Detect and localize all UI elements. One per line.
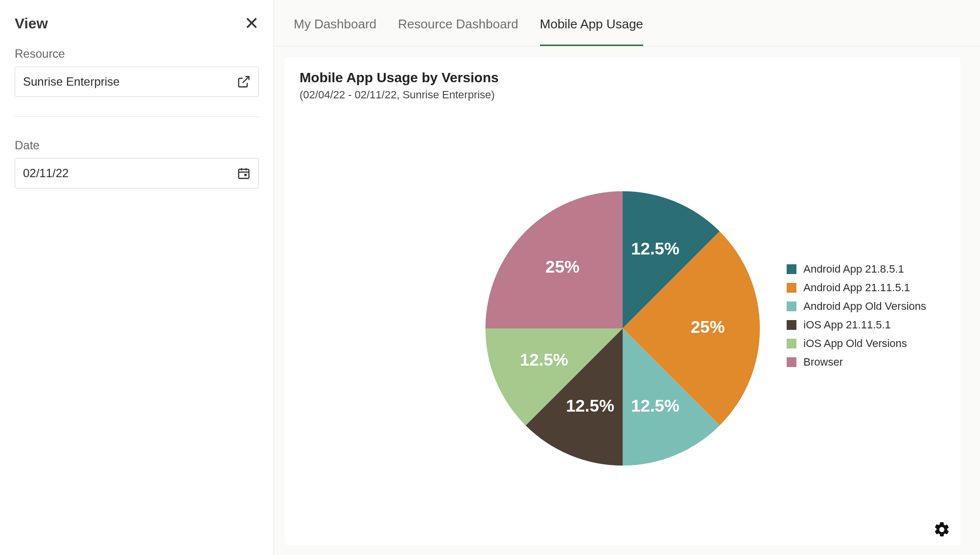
date-label: Date	[15, 139, 259, 152]
chart-card: Mobile App Usage by Versions (02/04/22 -…	[285, 57, 960, 545]
tab-mobile-app-usage[interactable]: Mobile App Usage	[540, 17, 643, 46]
slice-label: 25%	[545, 257, 580, 276]
calendar-icon[interactable]	[237, 166, 251, 180]
legend-label: Browser	[803, 356, 843, 369]
legend-swatch	[787, 357, 796, 367]
legend-swatch	[787, 301, 796, 311]
view-sidebar: View ✕ Resource Date	[0, 0, 274, 555]
open-external-icon[interactable]	[237, 75, 251, 89]
legend-item[interactable]: Android App 21.11.5.1	[787, 281, 926, 294]
sidebar-header: View ✕	[15, 15, 259, 32]
slice-label: 12.5%	[566, 395, 614, 415]
pie-chart: 12.5%25%12.5%12.5%12.5%25%	[481, 186, 765, 470]
legend-label: iOS App 21.11.5.1	[803, 319, 891, 331]
svg-rect-4	[244, 174, 247, 176]
resource-label: Resource	[15, 47, 259, 61]
slice-label: 12.5%	[520, 349, 568, 369]
slice-label: 12.5%	[631, 395, 679, 415]
tab-my-dashboard[interactable]: My Dashboard	[294, 17, 376, 46]
legend-item[interactable]: Browser	[787, 356, 926, 369]
resource-select[interactable]	[15, 67, 259, 97]
legend-label: iOS App Old Versions	[803, 337, 907, 350]
main-area: My Dashboard Resource Dashboard Mobile A…	[274, 0, 980, 555]
sidebar-divider	[15, 116, 259, 117]
slice-label: 12.5%	[631, 238, 679, 257]
slice-label: 25%	[691, 317, 725, 336]
legend-label: Android App Old Versions	[803, 300, 926, 313]
card-subtitle: (02/04/22 - 02/11/22, Sunrise Enterprise…	[300, 89, 946, 101]
date-input[interactable]	[23, 166, 237, 180]
sidebar-title: View	[15, 15, 48, 32]
legend-item[interactable]: iOS App Old Versions	[787, 337, 926, 350]
chart-area: 12.5%25%12.5%12.5%12.5%25% Android App 2…	[300, 101, 946, 535]
legend-swatch	[787, 264, 796, 274]
svg-rect-0	[239, 169, 249, 179]
tabs-nav: My Dashboard Resource Dashboard Mobile A…	[274, 0, 980, 46]
legend-item[interactable]: Android App 21.8.5.1	[787, 263, 926, 276]
chart-legend: Android App 21.8.5.1Android App 21.11.5.…	[787, 263, 926, 374]
legend-label: Android App 21.8.5.1	[803, 263, 904, 276]
resource-input[interactable]	[23, 75, 237, 89]
legend-swatch	[787, 283, 796, 293]
date-picker[interactable]	[15, 158, 259, 188]
legend-swatch	[787, 320, 796, 330]
legend-label: Android App 21.11.5.1	[803, 281, 910, 294]
settings-button[interactable]	[933, 521, 951, 538]
card-title: Mobile App Usage by Versions	[300, 70, 946, 86]
legend-item[interactable]: Android App Old Versions	[787, 300, 926, 313]
tab-resource-dashboard[interactable]: Resource Dashboard	[398, 17, 518, 46]
legend-swatch	[787, 339, 796, 348]
close-icon[interactable]: ✕	[244, 15, 259, 32]
legend-item[interactable]: iOS App 21.11.5.1	[787, 319, 926, 331]
gear-icon	[933, 532, 951, 540]
